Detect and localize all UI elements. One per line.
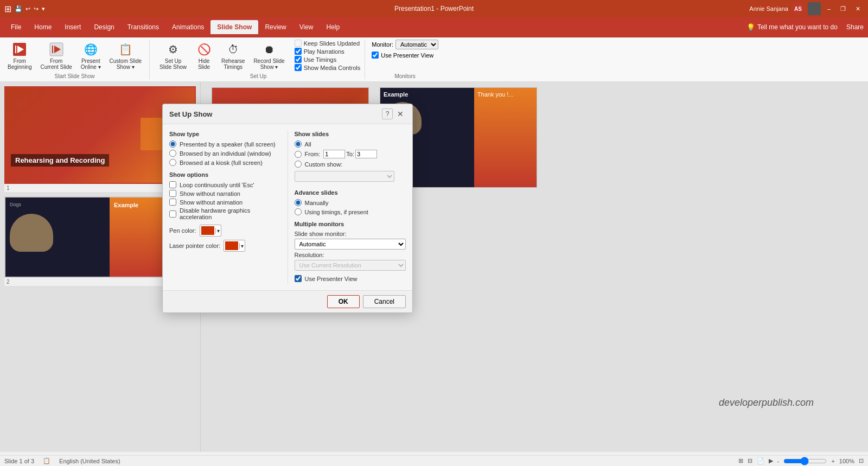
- tab-slide-show[interactable]: Slide Show: [210, 20, 258, 34]
- view-slide-show-icon[interactable]: ▶: [769, 457, 773, 464]
- zoom-slider[interactable]: [783, 457, 827, 465]
- use-presenter-view-dialog-checkbox[interactable]: Use Presenter View: [295, 275, 406, 282]
- keep-slides-updated-input[interactable]: [295, 40, 302, 47]
- quick-access-save[interactable]: 💾: [15, 5, 22, 12]
- advance-manually-radio[interactable]: [295, 199, 302, 206]
- show-type-kiosk[interactable]: Browsed at a kiosk (full screen): [169, 159, 281, 166]
- present-online-button[interactable]: 🌐 PresentOnline ▾: [78, 40, 104, 72]
- zoom-in-icon[interactable]: +: [831, 458, 834, 464]
- use-timings-checkbox[interactable]: Use Timings: [295, 56, 361, 63]
- view-normal-icon[interactable]: ⊞: [738, 457, 743, 464]
- ribbon-group-monitors: Monitor: Automatic Use Presenter View Mo…: [372, 40, 443, 79]
- fit-slide-icon[interactable]: ⊡: [859, 457, 864, 464]
- disable-hw-input[interactable]: [169, 210, 176, 218]
- share-button[interactable]: Share: [846, 23, 864, 31]
- no-narration-input[interactable]: [169, 190, 176, 197]
- notes-button[interactable]: 📋: [43, 457, 50, 464]
- laser-color-row: Laser pointer color: ▾: [169, 240, 281, 252]
- loop-checkbox[interactable]: Loop continuously until 'Esc': [169, 181, 281, 188]
- zoom-out-icon[interactable]: -: [777, 458, 780, 464]
- setup-buttons: ⚙ Set UpSlide Show 🚫 HideSlide ⏱ Rehears…: [156, 40, 360, 72]
- quick-access-more[interactable]: ▾: [42, 5, 45, 12]
- rehearse-timings-button[interactable]: ⏱ RehearseTimings: [218, 40, 248, 72]
- view-reading-icon[interactable]: 📄: [757, 457, 764, 464]
- advance-timings-radio[interactable]: [295, 208, 302, 215]
- tab-review[interactable]: Review: [258, 20, 292, 34]
- show-type-window-radio[interactable]: [169, 150, 176, 157]
- use-timings-input[interactable]: [295, 56, 302, 63]
- use-presenter-view-dialog-input[interactable]: [295, 275, 302, 282]
- use-presenter-view-input[interactable]: [372, 52, 379, 59]
- show-media-controls-input[interactable]: [295, 64, 302, 71]
- restore-button[interactable]: ❐: [837, 4, 849, 14]
- from-beginning-button[interactable]: FromBeginning: [4, 40, 35, 72]
- tab-view[interactable]: View: [293, 20, 320, 34]
- use-presenter-view-label: Use Presenter View: [381, 52, 433, 59]
- show-slides-custom[interactable]: Custom show:: [295, 161, 406, 168]
- tab-home[interactable]: Home: [28, 20, 58, 34]
- close-button[interactable]: ✕: [852, 4, 864, 14]
- tab-file[interactable]: File: [4, 20, 28, 34]
- cancel-button[interactable]: Cancel: [363, 295, 406, 308]
- from-beginning-icon: [12, 42, 27, 57]
- show-type-kiosk-radio[interactable]: [169, 159, 176, 166]
- show-slides-from-radio[interactable]: [295, 151, 302, 158]
- custom-slide-show-button[interactable]: 📋 Custom SlideShow ▾: [106, 40, 145, 72]
- set-up-slide-show-button[interactable]: ⚙ Set UpSlide Show: [156, 40, 190, 72]
- quick-access-undo[interactable]: ↩: [25, 5, 30, 12]
- dialog-footer: OK Cancel: [163, 290, 412, 312]
- user-name: Annie Sanjana: [749, 5, 788, 12]
- custom-show-select[interactable]: [295, 171, 395, 182]
- set-up-label: Set UpSlide Show: [159, 58, 187, 70]
- advance-timings[interactable]: Using timings, if present: [295, 208, 406, 215]
- no-animation-checkbox[interactable]: Show without animation: [169, 199, 281, 206]
- tab-animations[interactable]: Animations: [165, 20, 210, 34]
- pen-color-picker[interactable]: ▾: [200, 225, 221, 237]
- view-slide-sorter-icon[interactable]: ⊟: [748, 457, 752, 464]
- show-slides-from[interactable]: From: To:: [295, 150, 406, 158]
- multiple-monitors-label: Multiple monitors: [295, 221, 406, 227]
- laser-color-dropdown[interactable]: ▾: [239, 243, 245, 249]
- resolution-select[interactable]: Use Current Resolution: [295, 260, 406, 271]
- keep-slides-updated-checkbox[interactable]: Keep Slides Updated: [295, 40, 361, 47]
- play-narrations-input[interactable]: [295, 48, 302, 55]
- ribbon-group-setup: ⚙ Set UpSlide Show 🚫 HideSlide ⏱ Rehears…: [156, 40, 365, 79]
- tab-help[interactable]: Help: [320, 20, 347, 34]
- minimize-button[interactable]: –: [824, 4, 834, 13]
- no-animation-input[interactable]: [169, 199, 176, 206]
- use-presenter-view-checkbox[interactable]: Use Presenter View: [372, 52, 438, 59]
- disable-hw-checkbox[interactable]: Disable hardware graphics acceleration: [169, 207, 281, 220]
- search-label[interactable]: Tell me what you want to do: [757, 23, 838, 31]
- loop-input[interactable]: [169, 181, 176, 188]
- dialog-help-button[interactable]: ?: [382, 108, 393, 119]
- pen-color-dropdown[interactable]: ▾: [215, 228, 221, 234]
- show-type-full-screen[interactable]: Presented by a speaker (full screen): [169, 141, 281, 148]
- ribbon-content: FromBeginning FromCurrent Slide 🌐 Presen…: [0, 37, 868, 82]
- dialog-close-button[interactable]: ✕: [395, 108, 406, 119]
- to-input[interactable]: [355, 150, 377, 158]
- from-input[interactable]: [323, 150, 345, 158]
- from-current-button[interactable]: FromCurrent Slide: [37, 40, 75, 72]
- show-media-controls-checkbox[interactable]: Show Media Controls: [295, 64, 361, 71]
- tab-insert[interactable]: Insert: [58, 20, 87, 34]
- slide-show-monitor-select[interactable]: Automatic: [295, 239, 406, 250]
- show-type-full-screen-radio[interactable]: [169, 141, 176, 148]
- no-narration-checkbox[interactable]: Show without narration: [169, 190, 281, 197]
- tab-transitions[interactable]: Transitions: [121, 20, 165, 34]
- quick-access-redo[interactable]: ↪: [34, 5, 39, 12]
- show-type-window[interactable]: Browsed by an individual (window): [169, 150, 281, 157]
- ok-button[interactable]: OK: [327, 295, 360, 308]
- hide-slide-button[interactable]: 🚫 HideSlide: [192, 40, 216, 72]
- monitor-select[interactable]: Automatic: [395, 40, 438, 49]
- laser-color-swatch: [225, 241, 238, 250]
- laser-color-picker[interactable]: ▾: [224, 240, 245, 252]
- advance-manually[interactable]: Manually: [295, 199, 406, 206]
- show-slides-all[interactable]: All: [295, 141, 406, 148]
- tab-design[interactable]: Design: [87, 20, 120, 34]
- record-slide-show-button[interactable]: ⏺ Record SlideShow ▾: [250, 40, 288, 72]
- play-narrations-checkbox[interactable]: Play Narrations: [295, 48, 361, 55]
- monitor-icon[interactable]: [808, 2, 821, 15]
- show-slides-custom-radio[interactable]: [295, 161, 302, 168]
- zoom-level: 100%: [839, 458, 854, 464]
- show-slides-all-radio[interactable]: [295, 141, 302, 148]
